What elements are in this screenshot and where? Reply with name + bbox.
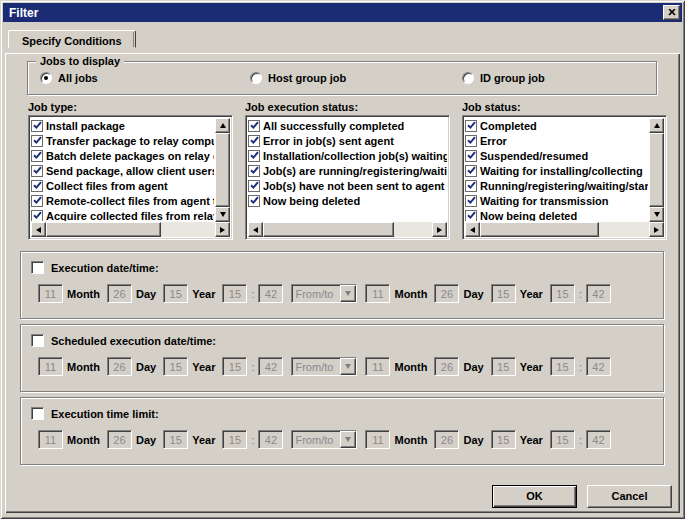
list-item[interactable]: Batch delete packages on relay computer — [31, 148, 214, 163]
checkbox-checked-icon[interactable] — [31, 120, 43, 132]
day-from-field: 26 — [107, 284, 132, 303]
scroll-right-button[interactable] — [649, 222, 664, 237]
list-item[interactable]: Running/registering/waiting/startup fail… — [465, 178, 648, 193]
checkbox-checked-icon[interactable] — [248, 180, 260, 192]
month-from-field: 11 — [38, 284, 63, 303]
job-execution-status-listbox[interactable]: All successfully completedError in job(s… — [245, 115, 450, 240]
checkbox-checked-icon[interactable] — [248, 195, 260, 207]
list-item[interactable]: Remote-collect files from agent to relay… — [31, 193, 214, 208]
scroll-left-button[interactable] — [248, 222, 263, 237]
list-viewport: CompletedErrorSuspended/resumedWaiting f… — [465, 118, 648, 221]
vertical-scroll-thumb[interactable] — [649, 133, 664, 207]
day-from-label: Day — [136, 434, 156, 446]
vertical-scrollbar[interactable] — [215, 118, 230, 222]
ok-button[interactable]: OK — [492, 485, 577, 508]
scroll-right-button[interactable] — [215, 222, 230, 237]
list-item-label: Install package — [46, 120, 125, 132]
checkbox-checked-icon[interactable] — [31, 195, 43, 207]
checkbox-checked-icon[interactable] — [248, 150, 260, 162]
scheduled-execution-datetime-checkbox[interactable] — [31, 334, 44, 347]
list-item[interactable]: Install package — [31, 118, 214, 133]
radio-all-jobs-label: All jobs — [58, 72, 98, 84]
vertical-scrollbar[interactable] — [649, 118, 664, 222]
list-item[interactable]: Installation/collection job(s) waiting f… — [248, 148, 447, 163]
year-from-field: 15 — [163, 284, 188, 303]
execution-time-limit-checkbox[interactable] — [31, 407, 44, 420]
list-item[interactable]: Job(s) are running/registering/waiting/s… — [248, 163, 447, 178]
list-item[interactable]: Now being deleted — [465, 208, 648, 221]
list-item[interactable]: Completed — [465, 118, 648, 133]
list-item[interactable]: Transfer package to relay computer — [31, 133, 214, 148]
scroll-down-button[interactable] — [649, 207, 664, 222]
checkbox-checked-icon[interactable] — [248, 120, 260, 132]
list-item[interactable]: Send package, allow client users to choo… — [31, 163, 214, 178]
tabstrip: Specify Conditions — [8, 31, 136, 49]
checkbox-checked-icon[interactable] — [31, 165, 43, 177]
year-to-label: Year — [520, 361, 543, 373]
checkbox-checked-icon[interactable] — [465, 210, 477, 222]
time-colon: : — [579, 288, 582, 300]
scroll-up-button[interactable] — [215, 118, 230, 133]
scroll-left-button[interactable] — [31, 222, 46, 237]
list-item[interactable]: Job(s) have not been sent to agent — [248, 178, 447, 193]
checkbox-checked-icon[interactable] — [31, 135, 43, 147]
list-item[interactable]: Waiting for installing/collecting — [465, 163, 648, 178]
checkbox-checked-icon[interactable] — [465, 165, 477, 177]
checkbox-checked-icon[interactable] — [465, 150, 477, 162]
job-type-listbox[interactable]: Install packageTransfer package to relay… — [28, 115, 233, 240]
scroll-left-button[interactable] — [465, 222, 480, 237]
tab-specify-conditions[interactable]: Specify Conditions — [8, 30, 136, 48]
checkmark-icon — [467, 211, 476, 220]
checkbox-checked-icon[interactable] — [31, 210, 43, 222]
hour-to-field: 15 — [550, 284, 575, 303]
list-item[interactable]: Now being deleted — [248, 193, 447, 208]
checkmark-icon — [250, 151, 259, 160]
checkmark-icon — [250, 181, 259, 190]
down-arrow-icon — [654, 212, 660, 217]
vertical-scroll-thumb[interactable] — [215, 133, 230, 207]
close-button[interactable] — [663, 5, 680, 20]
horizontal-scroll-thumb[interactable] — [46, 222, 161, 237]
checkbox-checked-icon[interactable] — [248, 135, 260, 147]
job-type-label: Job type: — [28, 101, 233, 113]
job-status-listbox[interactable]: CompletedErrorSuspended/resumedWaiting f… — [462, 115, 667, 240]
list-item[interactable]: Acquire collected files from relay compu… — [31, 208, 214, 221]
month-from-field: 11 — [38, 430, 63, 449]
list-item-label: Installation/collection job(s) waiting f… — [263, 150, 447, 162]
checkbox-checked-icon[interactable] — [248, 165, 260, 177]
horizontal-scrollbar[interactable] — [465, 222, 664, 237]
month-to-field: 11 — [365, 430, 390, 449]
hour-from-field: 15 — [222, 284, 247, 303]
cancel-button[interactable]: Cancel — [587, 485, 672, 508]
range-select-value: From/to — [295, 288, 333, 300]
checkbox-checked-icon[interactable] — [465, 135, 477, 147]
execution-datetime-checkbox[interactable] — [31, 261, 44, 274]
list-item-label: Job(s) have not been sent to agent — [263, 180, 445, 192]
checkbox-checked-icon[interactable] — [31, 150, 43, 162]
horizontal-scrollbar[interactable] — [248, 222, 447, 237]
checkbox-checked-icon[interactable] — [465, 180, 477, 192]
list-item[interactable]: Waiting for transmission — [465, 193, 648, 208]
scroll-up-button[interactable] — [649, 118, 664, 133]
checkbox-checked-icon[interactable] — [465, 195, 477, 207]
list-item[interactable]: All successfully completed — [248, 118, 447, 133]
chevron-down-icon — [345, 291, 351, 296]
scroll-down-button[interactable] — [215, 207, 230, 222]
horizontal-scrollbar[interactable] — [31, 222, 230, 237]
radio-id-group-job[interactable]: ID group job — [462, 72, 545, 84]
horizontal-scroll-thumb[interactable] — [263, 222, 394, 237]
list-item[interactable]: Collect files from agent — [31, 178, 214, 193]
checkmark-icon — [250, 121, 259, 130]
list-item[interactable]: Error in job(s) sent agent — [248, 133, 447, 148]
list-item[interactable]: Suspended/resumed — [465, 148, 648, 163]
horizontal-scroll-thumb[interactable] — [480, 222, 599, 237]
checkbox-checked-icon[interactable] — [31, 180, 43, 192]
radio-all-jobs[interactable]: All jobs — [40, 72, 98, 84]
radio-host-group-job[interactable]: Host group job — [250, 72, 346, 84]
list-item[interactable]: Error — [465, 133, 648, 148]
list-item-label: Remote-collect files from agent to relay… — [46, 195, 214, 207]
checkmark-icon — [467, 151, 476, 160]
checkbox-checked-icon[interactable] — [465, 120, 477, 132]
job-status-label: Job status: — [462, 101, 667, 113]
scroll-right-button[interactable] — [432, 222, 447, 237]
